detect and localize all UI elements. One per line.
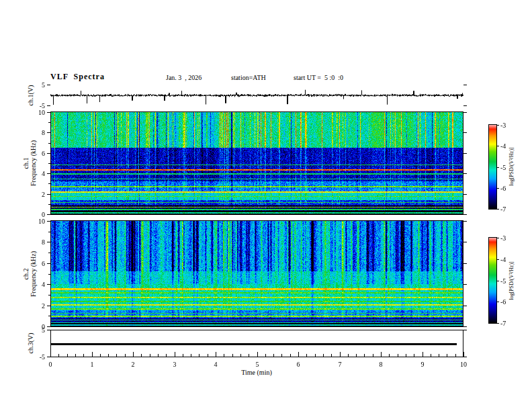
x-axis-minor-tick — [389, 354, 390, 357]
x-axis-label: Time (min) — [223, 369, 290, 376]
y-axis-tick-label: 4 — [34, 281, 45, 288]
x-axis-minor-tick — [439, 354, 439, 357]
x-axis-minor-tick — [67, 354, 68, 357]
ch1-spectrogram — [51, 112, 463, 214]
colorbar-tick-label: -5 — [500, 164, 513, 171]
figure-title: VLF Spectra — [50, 72, 105, 82]
x-axis-tick — [133, 352, 134, 357]
x-axis-minor-tick — [447, 354, 447, 357]
y-axis-minor-tick — [48, 163, 50, 164]
x-axis-tick — [298, 352, 299, 357]
x-axis-minor-tick — [364, 354, 365, 357]
y-axis-tick — [463, 105, 467, 106]
x-axis-tick — [463, 352, 464, 357]
y-axis-tick — [47, 242, 50, 242]
station-label: station=ATH — [231, 74, 266, 81]
y-axis-tick-label: 5 — [34, 326, 45, 334]
x-axis-minor-tick — [290, 354, 291, 357]
x-axis-minor-tick — [265, 354, 266, 357]
x-axis-minor-tick — [431, 354, 431, 357]
y-axis-tick — [463, 263, 467, 264]
x-axis-tick — [216, 352, 216, 357]
y-axis-minor-tick — [48, 274, 50, 275]
colorbar-tick — [497, 302, 499, 302]
panel-ch1-voltage — [50, 85, 463, 106]
colorbar-tick — [497, 281, 499, 281]
y-axis-tick-label: 6 — [34, 260, 45, 267]
colorbar-tick-label: -3 — [500, 234, 513, 242]
y-axis-tick — [463, 112, 467, 113]
x-axis-minor-tick — [183, 354, 183, 357]
y-axis-tick — [47, 357, 50, 357]
colorbar-tick-label: -6 — [500, 298, 513, 306]
colorbar-tick-label: -7 — [500, 205, 513, 213]
x-axis-tick — [257, 352, 258, 357]
y-axis-tick-label: 4 — [34, 170, 45, 177]
start-ut-label: start UT = 5 :0 :0 — [294, 74, 343, 81]
y-axis-tick — [463, 326, 467, 327]
y-axis-minor-tick — [48, 232, 50, 232]
y-axis-tick — [463, 357, 467, 357]
x-axis-tick-label: 9 — [416, 361, 429, 368]
colorbar-tick-label: -3 — [500, 122, 513, 129]
x-axis-minor-tick — [356, 354, 357, 357]
y-axis-tick — [463, 242, 467, 242]
x-axis-minor-tick — [100, 354, 101, 357]
colorbar-ch1 — [488, 124, 497, 210]
x-axis-minor-tick — [108, 354, 109, 357]
y-axis-minor-tick — [48, 183, 50, 184]
y-axis-minor-tick — [48, 316, 50, 316]
x-axis-minor-tick — [306, 354, 307, 357]
ch1-channel-label: ch.1 — [22, 123, 30, 203]
x-axis-minor-tick — [199, 354, 200, 357]
y-axis-tick-label: 2 — [34, 302, 45, 310]
x-axis-minor-tick — [125, 354, 126, 357]
x-axis-minor-tick — [141, 354, 142, 357]
x-axis-tick-label: 6 — [292, 361, 305, 368]
y-axis-tick-label: 8 — [34, 238, 45, 246]
colorbar-tick-label: -5 — [500, 277, 513, 285]
y-axis-tick — [47, 85, 50, 85]
x-axis-minor-tick — [158, 354, 159, 357]
y-axis-tick-label: 10 — [34, 109, 45, 116]
y-axis-tick-label: -5 — [34, 102, 45, 109]
x-axis-tick-label: 3 — [168, 361, 181, 368]
x-axis-minor-tick — [224, 354, 224, 357]
y-axis-minor-tick — [48, 253, 50, 253]
x-axis-tick-label: 10 — [457, 361, 470, 368]
x-axis-minor-tick — [455, 354, 456, 357]
y-axis-tick — [47, 330, 50, 330]
colorbar-tick — [497, 238, 499, 238]
ch1-waveform-plot — [50, 85, 463, 106]
y-axis-tick — [47, 105, 50, 106]
y-axis-tick — [47, 263, 50, 264]
y-axis-tick — [463, 214, 467, 215]
y-axis-tick — [47, 132, 50, 133]
y-axis-tick — [47, 112, 50, 113]
colorbar-tick — [497, 167, 499, 168]
colorbar-tick-label: -4 — [500, 142, 513, 150]
x-axis-minor-tick — [281, 354, 282, 357]
x-axis-minor-tick — [348, 354, 349, 357]
x-axis-tick-label: 7 — [333, 361, 347, 368]
x-axis-minor-tick — [373, 354, 373, 357]
x-axis-minor-tick — [150, 354, 150, 357]
y-axis-tick — [47, 173, 50, 174]
x-axis-minor-tick — [406, 354, 406, 357]
colorbar-tick — [497, 146, 499, 146]
colorbar-tick-label: -7 — [500, 320, 513, 327]
colorbar-tick — [497, 188, 499, 189]
y-axis-tick-label: 2 — [34, 191, 45, 198]
x-axis-tick-label: 4 — [209, 361, 222, 368]
ch2-channel-label: ch.2 — [22, 234, 30, 314]
x-axis-tick — [92, 352, 93, 357]
x-axis-tick-label: 2 — [126, 361, 140, 368]
y-axis-tick-label: 10 — [34, 218, 45, 225]
x-axis-tick-label: 1 — [85, 361, 99, 368]
x-axis-tick-label: 0 — [44, 361, 57, 368]
colorbar-ch2 — [488, 237, 497, 324]
x-axis-minor-tick — [273, 354, 274, 357]
colorbar-tick — [497, 323, 499, 324]
x-axis-tick — [423, 352, 423, 357]
colorbar-tick — [497, 259, 499, 260]
